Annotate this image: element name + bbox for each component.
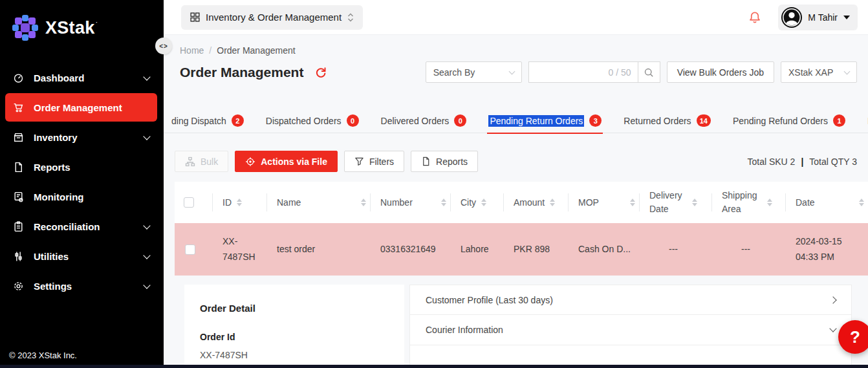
help-button[interactable]: ? [838,320,868,354]
chevron-down-icon [143,73,150,80]
table-header-row: ID Name Number City Amount MOP Delivery … [175,182,868,223]
sort-icon[interactable] [481,199,486,206]
accordion-courier-information[interactable]: Courier Information [409,315,852,345]
cell-delivery-date: --- [639,237,711,262]
tab-pending-dispatch[interactable]: ding Dispatch 2 [171,109,244,133]
filters-button[interactable]: Filters [344,151,404,172]
table-row[interactable]: XX-7487SH test order 03316321649 Lahore … [175,223,868,276]
updown-icon [347,13,354,22]
tab-label: Pending Return Orders [488,115,584,127]
sidebar-item-label: Inventory [34,132,135,143]
order-detail-title: Order Detail [200,303,389,314]
sidebar-item-inventory[interactable]: Inventory [5,123,157,151]
accordion-customer-profile[interactable]: Customer Profile (Last 30 days) [409,285,852,315]
sort-icon[interactable] [767,199,772,206]
tab-pending-refund-orders[interactable]: Pending Refund Orders 1 [733,109,845,133]
sort-icon[interactable] [692,199,697,206]
tab-label: Pending Refund Orders [733,116,828,126]
breadcrumb: Home / Order Management [164,35,868,56]
row-checkbox[interactable] [185,244,195,255]
sidebar-item-label: Monitoring [34,191,149,202]
sidebar-item-utilities[interactable]: Utilities [5,242,157,270]
select-all-checkbox[interactable] [184,197,194,208]
column-header-name[interactable]: Name [266,182,370,223]
sort-icon[interactable] [361,199,366,206]
refresh-icon[interactable] [315,67,327,78]
table-toolbar: Bulk Actions via File Filters Reports To… [164,151,868,172]
sidebar-item-reconciliation[interactable]: Reconciliation [5,212,157,241]
xstak-xap-select[interactable]: XStak XAP [781,61,857,83]
tab-dispatched-orders[interactable]: Dispatched Orders 0 [266,109,359,133]
breadcrumb-home[interactable]: Home [180,45,204,56]
chevron-down-icon [508,68,515,74]
sidebar-collapse-toggle[interactable]: <> [155,38,172,54]
cell-name: test order [266,237,370,262]
gear-icon [13,281,24,292]
chevron-down-icon [143,133,150,140]
column-header-id[interactable]: ID [212,182,266,223]
sidebar-item-settings[interactable]: Settings [5,272,157,300]
inventory-icon [13,132,24,143]
column-header-date[interactable]: Date [785,182,868,223]
cell-id: XX-7487SH [212,229,266,269]
column-header-city[interactable]: City [450,182,503,223]
column-label: Name [277,197,356,208]
sidebar-item-label: Dashboard [34,72,135,83]
chevron-down-icon [143,252,150,259]
sidebar-item-order-management[interactable]: Order Management [5,93,157,122]
column-header-shipping-area[interactable]: Shipping Area [711,182,785,223]
app-selector-dropdown[interactable]: Inventory & Order Management [181,5,363,30]
actions-via-file-label: Actions via File [261,157,327,167]
search-button[interactable] [638,61,660,83]
cell-date: 2024-03-15 04:33 PM [785,229,868,269]
cell-city: Lahore [450,237,503,262]
column-header-amount[interactable]: Amount [503,182,568,223]
reports-button[interactable]: Reports [411,151,478,172]
sort-icon[interactable] [237,199,242,206]
accordion-label: Customer Profile (Last 30 days) [426,295,830,305]
cell-amount: PKR 898 [503,237,568,262]
xstak-logo: XStak· [0,0,164,53]
tab-count-badge: 14 [697,114,711,127]
header-checkbox-cell [175,182,212,223]
chevron-down-icon [143,222,150,229]
bulk-label: Bulk [201,157,218,167]
totals: Total SKU 2 | Total QTY 3 [747,157,857,167]
sort-icon[interactable] [441,199,446,206]
accordion-label: Courier Information [426,325,830,335]
tab-pending-return-orders[interactable]: Pending Return Orders 3 [488,109,602,133]
column-label: Number [380,197,436,208]
sidebar-item-label: Reconciliation [34,221,135,232]
page-title: Order Management [180,65,303,80]
chevron-down-icon [844,68,851,74]
sidebar-item-label: Order Management [34,102,149,113]
sort-icon[interactable] [859,199,864,206]
column-header-delivery-date[interactable]: Delivery Date [639,182,711,223]
notification-bell-icon[interactable] [748,11,761,24]
sidebar-item-reports[interactable]: Reports [5,153,157,181]
page-header: Order Management Search By 0 / 50 View B… [164,61,868,83]
app-selector-label: Inventory & Order Management [206,12,342,23]
actions-via-file-button[interactable]: Actions via File [235,151,338,172]
tab-count-badge: 1 [833,114,845,127]
column-label: Date [796,197,854,208]
column-header-number[interactable]: Number [370,182,450,223]
search-by-select[interactable]: Search By [426,61,522,83]
filters-label: Filters [369,157,394,167]
sidebar-item-monitoring[interactable]: Monitoring [5,182,157,211]
row-checkbox-cell [175,239,212,260]
sidebar-item-dashboard[interactable]: Dashboard [5,63,157,92]
search-input[interactable]: 0 / 50 [528,61,638,83]
tab-label: Delivered Orders [381,116,450,126]
sidebar-nav: Dashboard Order Management Inventory Rep… [0,62,164,351]
user-menu[interactable]: M Tahir [778,5,858,30]
tab-returned-orders[interactable]: Returned Orders 14 [624,109,711,133]
sort-icon[interactable] [630,199,635,206]
tab-delivered-orders[interactable]: Delivered Orders 0 [381,109,467,133]
view-bulk-orders-job-button[interactable]: View Bulk Orders Job [667,61,774,83]
column-header-mop[interactable]: MOP [568,182,639,223]
sidebar: XStak· Dashboard Order Management Invent… [0,0,164,368]
cart-icon [13,102,24,113]
sort-icon[interactable] [550,199,555,206]
bulk-button[interactable]: Bulk [175,151,228,172]
